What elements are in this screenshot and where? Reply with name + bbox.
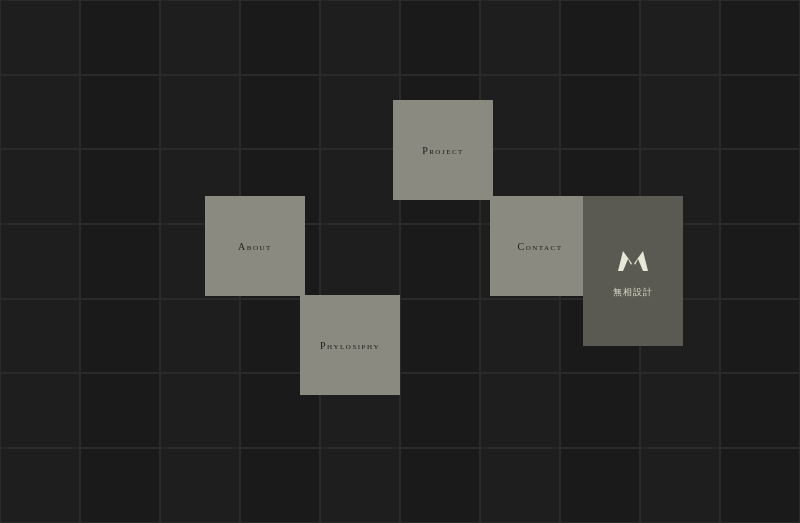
about-label: About: [238, 241, 272, 252]
contact-label: Contact: [518, 241, 563, 252]
nav-tile-project[interactable]: Project: [393, 100, 493, 200]
logo-tile[interactable]: 無相設計: [583, 196, 683, 346]
project-label: Project: [422, 145, 464, 156]
logo-text: 無相設計: [613, 286, 653, 299]
nav-container: About Project Contact Phylosiphy 無相設計: [0, 0, 800, 523]
phylosiphy-label: Phylosiphy: [320, 340, 380, 351]
logo-icon: [613, 243, 653, 278]
nav-tile-about[interactable]: About: [205, 196, 305, 296]
nav-tile-phylosiphy[interactable]: Phylosiphy: [300, 295, 400, 395]
nav-tile-contact[interactable]: Contact: [490, 196, 590, 296]
